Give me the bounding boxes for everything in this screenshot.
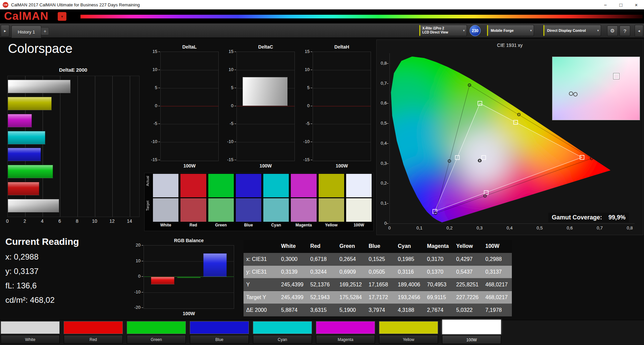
meter-reading-badge[interactable]: 230: [470, 25, 481, 36]
swatch-actual-red: [180, 174, 206, 197]
tick-mark: [234, 106, 236, 106]
patch-cyan[interactable]: Cyan: [253, 320, 312, 344]
patch-red[interactable]: Red: [64, 320, 123, 344]
tick-mark: [158, 124, 160, 124]
y-tick-label: 5: [231, 85, 233, 90]
expand-right-panel-button[interactable]: ◂: [635, 25, 643, 37]
chart-deltal: DeltaL 151050-5-10-15 100W: [144, 44, 222, 168]
x-tick-label: 14: [127, 218, 132, 224]
patch-green[interactable]: Green: [127, 320, 186, 344]
table-row: ΔE 20005,88743,63155,19003,79744,31882,7…: [244, 304, 512, 317]
deltae-bar-blue: [8, 148, 41, 161]
tick-mark: [142, 292, 143, 292]
x-axis-label: 100W: [160, 163, 219, 168]
maximize-icon[interactable]: □: [613, 0, 629, 9]
patch-label: Cyan: [253, 335, 312, 344]
chart-deltah: DeltaH 151050-5-10-15 100W: [297, 44, 374, 168]
patch-color-swatch: [253, 321, 312, 334]
whitepoint-zoom-inset: [552, 57, 640, 120]
tick-mark: [234, 88, 236, 88]
gear-icon: ⚙: [610, 28, 614, 34]
y-tick-label: -5: [229, 121, 233, 126]
patch-label: White: [1, 335, 60, 344]
chart-title: DeltaH: [313, 44, 371, 52]
y-tick-label: -10: [303, 139, 310, 144]
y-tick-label: -15: [151, 157, 157, 162]
gamut-coverage-value: 99,9%: [608, 214, 626, 221]
expand-left-panel-button[interactable]: ▸: [1, 25, 9, 37]
y-tick-label: 5: [307, 85, 310, 90]
y-tick-label: 0,3: [381, 161, 387, 166]
x-tick-label: 0,1: [417, 225, 423, 230]
y-tick-label: -15: [227, 157, 233, 162]
tick-mark: [234, 52, 236, 52]
close-icon[interactable]: ×: [629, 0, 644, 9]
table-cell: 245,4399: [278, 294, 308, 300]
display-control-dropdown[interactable]: Direct Display Control ▾: [543, 25, 601, 36]
y-tick-label: 0: [384, 221, 387, 226]
gridline: [313, 142, 371, 142]
tick-mark: [158, 142, 160, 142]
table-cell: 69,9115: [424, 294, 453, 300]
swatch-actual-green: [208, 174, 234, 197]
gridline: [144, 292, 234, 293]
patch-label: Green: [127, 335, 186, 344]
patch-blue[interactable]: Blue: [190, 320, 249, 344]
table-cell: 0,3116: [395, 269, 424, 275]
swatch-column-100w: 100W: [346, 174, 372, 230]
swatch-target-cyan: [263, 198, 289, 222]
chevron-down-icon: ▾: [461, 29, 467, 32]
chart-deltac: DeltaC 151050-5-10-15 100W: [220, 44, 298, 168]
patch-yellow[interactable]: Yellow: [379, 320, 438, 344]
y-axis: 151050-5-10-15: [297, 52, 313, 161]
gridline: [161, 88, 218, 88]
patch-magenta[interactable]: Magenta: [316, 320, 375, 344]
deltae-bar-100w: [8, 80, 70, 93]
y-axis: 151050-5-10-15: [220, 52, 236, 161]
patch-white[interactable]: White: [1, 320, 60, 344]
tick-mark: [158, 70, 160, 70]
actual-row-label: Actual: [146, 176, 150, 186]
swatch-target-green: [208, 198, 234, 222]
swatch-label: Green: [208, 223, 234, 228]
tick-mark: [387, 203, 388, 204]
swatch-label: White: [153, 223, 178, 228]
help-button[interactable]: ?: [620, 25, 630, 36]
chart-deltae-2000: DeltaE 2000 02468101214: [7, 66, 141, 228]
gridline: [237, 70, 294, 70]
settings-button[interactable]: ⚙: [607, 25, 618, 36]
patch-100w[interactable]: 100W: [442, 320, 501, 344]
help-icon: ?: [624, 28, 626, 34]
table-cell: 245,4399: [278, 282, 308, 288]
swatch-target-blue: [236, 198, 261, 222]
measured-marker: [573, 92, 578, 96]
current-reading-title: Current Reading: [5, 236, 79, 247]
source-dropdown[interactable]: Mobile Forge ▾: [487, 25, 534, 36]
y-tick-label: 5: [155, 85, 157, 90]
tab-history-1[interactable]: History 1: [11, 25, 41, 38]
table-cell: 52,1943: [308, 294, 337, 300]
y-tick-label: 10: [229, 67, 233, 72]
meter-dropdown[interactable]: X-Rite i1Pro 2 LCD Direct View ▾: [419, 25, 467, 36]
table-cell: 0,4297: [453, 256, 483, 262]
table-header-cell: Magenta: [424, 243, 453, 249]
swatch-actual-magenta: [291, 174, 316, 197]
y-tick-label: 10: [153, 67, 157, 72]
patch-label: Blue: [190, 335, 249, 344]
measured-marker-magenta: [484, 195, 486, 197]
expand-right-icon: ▸: [4, 28, 6, 33]
minimize-icon[interactable]: −: [598, 0, 613, 9]
table-cell: 189,4006: [395, 282, 424, 288]
add-tab-button[interactable]: +: [41, 27, 49, 35]
table-cell: 3,6315: [308, 307, 337, 313]
patch-label: 100W: [442, 335, 501, 344]
swatch-label: Cyan: [263, 223, 289, 228]
gridline: [161, 124, 218, 124]
gridline: [237, 124, 294, 124]
gridline: [161, 70, 218, 70]
deltae-bar-yellow: [8, 97, 52, 110]
logo-menu-button[interactable]: ▾: [58, 12, 66, 21]
table-cell: 0,1985: [395, 256, 424, 262]
x-axis: 02468101214: [7, 218, 139, 224]
table-row: y: CIE310,31390,32440,69090,05050,31160,…: [244, 266, 512, 278]
